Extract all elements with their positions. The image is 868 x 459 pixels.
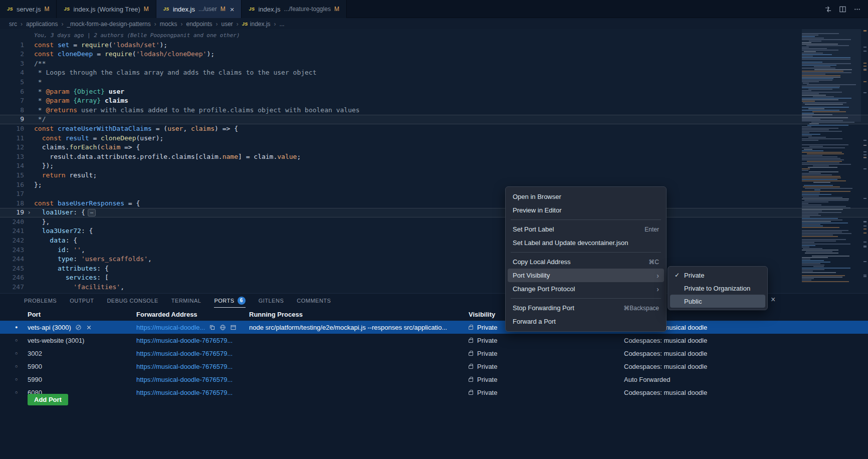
code-area[interactable]: You, 3 days ago | 2 authors (Belle Poopo… xyxy=(0,31,868,292)
code-line[interactable]: 11 const result = cloneDeep(user); xyxy=(0,134,868,143)
code-line[interactable]: 12 claims.forEach(claim => { xyxy=(0,143,868,152)
breadcrumb-item[interactable]: JSindex.js xyxy=(242,21,271,28)
code-line[interactable]: 18const baseUserResponses = { xyxy=(0,199,868,208)
more-actions-icon[interactable] xyxy=(853,6,861,13)
breadcrumb-item[interactable]: user xyxy=(222,21,233,28)
panel-tab-problems[interactable]: PROBLEMS xyxy=(24,294,57,308)
breadcrumb-item[interactable]: src xyxy=(9,21,17,28)
code-line[interactable]: 17 xyxy=(0,189,868,199)
code-text: const result = cloneDeep(user); xyxy=(34,134,868,143)
code-line[interactable]: 244 type: 'users_scaffolds', xyxy=(0,255,868,264)
close-panel-icon[interactable]: × xyxy=(771,295,775,304)
minimap[interactable] xyxy=(802,30,861,283)
editor-tab[interactable]: JSserver.jsM xyxy=(0,0,57,18)
open-changes-icon[interactable] xyxy=(824,6,832,13)
menu-item[interactable]: Forward a Port xyxy=(508,315,664,328)
port-row[interactable]: ○6080https://musical-doodle-7676579...Pr… xyxy=(0,386,868,399)
code-line[interactable]: 3/** xyxy=(0,59,868,69)
editor-tab[interactable]: JSindex.js.../userM× xyxy=(156,0,242,18)
code-text: loa1User: {⋯ xyxy=(34,208,868,217)
menu-item[interactable]: Open in Browser xyxy=(508,190,664,203)
breadcrumb-item[interactable]: ... xyxy=(280,21,285,28)
line-number: 244 xyxy=(0,255,24,264)
code-line[interactable]: 4 * Loops through the claims array and a… xyxy=(0,68,868,78)
port-row[interactable]: ●vets-api (3000)https://musical-doodle..… xyxy=(0,321,868,334)
menu-item[interactable]: Port Visibility› xyxy=(508,269,664,282)
code-line[interactable]: 240 }, xyxy=(0,217,868,227)
breadcrumb-item[interactable]: _mock-form-ae-design-patterns xyxy=(67,21,150,28)
code-line[interactable]: 2const cloneDeep = require('lodash/clone… xyxy=(0,50,868,59)
menu-item[interactable]: Set Label and Update devcontainer.json xyxy=(508,236,664,250)
menu-shortcut: ⌘C xyxy=(648,259,659,266)
close-tab-icon[interactable]: × xyxy=(230,5,235,14)
code-line[interactable]: 6 * @param {Object} user xyxy=(0,87,868,97)
line-number: 10 xyxy=(0,124,24,134)
panel-tab-output[interactable]: OUTPUT xyxy=(70,294,94,308)
code-line[interactable]: 242 data: { xyxy=(0,236,868,246)
panel-tab-gitlens[interactable]: GITLENS xyxy=(259,294,284,308)
forwarded-address-link[interactable]: https://musical-doodle-7676579... xyxy=(136,363,233,370)
menu-separator xyxy=(511,219,661,220)
panel-tab-terminal[interactable]: TERMINAL xyxy=(171,294,201,308)
code-text: * Loops through the claims array and add… xyxy=(34,68,868,78)
code-line[interactable]: 241 loa3User72: { xyxy=(0,226,868,236)
menu-item[interactable]: Change Port Protocol› xyxy=(508,282,664,296)
port-row[interactable]: ○3002https://musical-doodle-7676579...Pr… xyxy=(0,347,868,360)
breadcrumb-item[interactable]: mocks xyxy=(160,21,177,28)
submenu-item[interactable]: Public xyxy=(670,295,765,308)
panel-tab-ports[interactable]: PORTS6 xyxy=(214,294,245,308)
port-row[interactable]: ○5990https://musical-doodle-7676579...Pr… xyxy=(0,373,868,386)
port-row[interactable]: ○5900https://musical-doodle-7676579...Pr… xyxy=(0,360,868,373)
code-line[interactable]: 19› loa1User: {⋯ xyxy=(0,208,868,217)
origin-cell: Codespaces: musical doodle xyxy=(624,363,868,370)
preview-icon[interactable] xyxy=(230,324,237,331)
code-text: loa3User72: { xyxy=(34,226,868,236)
port-row[interactable]: ○vets-website (3001)https://musical-dood… xyxy=(0,334,868,347)
panel-tab-comments[interactable]: COMMENTS xyxy=(297,294,331,308)
breadcrumb-item[interactable]: endpoints xyxy=(186,21,212,28)
panel-tab-debug-console[interactable]: DEBUG CONSOLE xyxy=(107,294,158,308)
breadcrumb-separator-icon: › xyxy=(180,21,182,28)
line-number: 7 xyxy=(0,96,24,106)
code-line[interactable]: 10const createUserWithDataClaims = (user… xyxy=(0,124,868,134)
fold-margin xyxy=(24,50,34,59)
code-text xyxy=(34,189,868,199)
copy-address-icon[interactable] xyxy=(209,324,215,331)
add-port-button[interactable]: Add Port xyxy=(28,394,68,405)
code-line[interactable]: 7 * @param {Array} claims xyxy=(0,96,868,106)
menu-item[interactable]: Stop Forwarding Port⌘Backspace xyxy=(508,301,664,315)
visibility-cell: Private xyxy=(469,363,624,370)
split-editor-icon[interactable] xyxy=(839,6,846,13)
editor-tab[interactable]: JSindex.js.../feature-togglesM xyxy=(242,0,346,18)
stop-forwarding-icon[interactable] xyxy=(75,324,82,331)
breadcrumb-item[interactable]: applications xyxy=(26,21,58,28)
code-line[interactable]: 8 * @returns user with claims added to t… xyxy=(0,106,868,115)
forwarded-address-link[interactable]: https://musical-doodle-7676579... xyxy=(136,350,233,357)
code-line[interactable]: 9 */ xyxy=(0,115,868,124)
menu-item[interactable]: Preview in Editor xyxy=(508,203,664,217)
editor-tab[interactable]: JSindex.js (Working Tree)M xyxy=(57,0,156,18)
code-line[interactable]: 13 result.data.attributes.profile.claims… xyxy=(0,152,868,162)
forwarded-address-link[interactable]: https://musical-doodle-7676579... xyxy=(136,337,233,344)
code-line[interactable]: 243 id: '', xyxy=(0,246,868,255)
forwarded-address-link[interactable]: https://musical-doodle-7676579... xyxy=(136,376,233,383)
lock-icon xyxy=(469,378,473,382)
submenu-item[interactable]: ✓Private xyxy=(670,269,765,282)
forwarded-address-link[interactable]: https://musical-doodle-7676579... xyxy=(136,389,233,396)
overview-ruler[interactable] xyxy=(862,29,868,293)
code-line[interactable]: 14 }); xyxy=(0,161,868,171)
forwarded-address-link[interactable]: https://musical-doodle... xyxy=(136,324,205,331)
lock-icon xyxy=(469,391,473,395)
line-number: 12 xyxy=(0,143,24,152)
fold-chevron-icon[interactable]: › xyxy=(24,208,34,217)
code-line[interactable]: 15 return result; xyxy=(0,171,868,180)
remove-port-icon[interactable] xyxy=(86,324,92,331)
menu-item[interactable]: Set Port LabelEnter xyxy=(508,222,664,236)
code-line[interactable]: 16}; xyxy=(0,180,868,190)
submenu-item[interactable]: Private to Organization xyxy=(670,282,765,295)
globe-icon[interactable] xyxy=(220,324,226,331)
code-line[interactable]: 1const set = require('lodash/set'); xyxy=(0,41,868,50)
code-line[interactable]: 5 * xyxy=(0,78,868,87)
menu-item[interactable]: Copy Local Address⌘C xyxy=(508,255,664,269)
menu-item-label: Stop Forwarding Port xyxy=(513,304,574,312)
